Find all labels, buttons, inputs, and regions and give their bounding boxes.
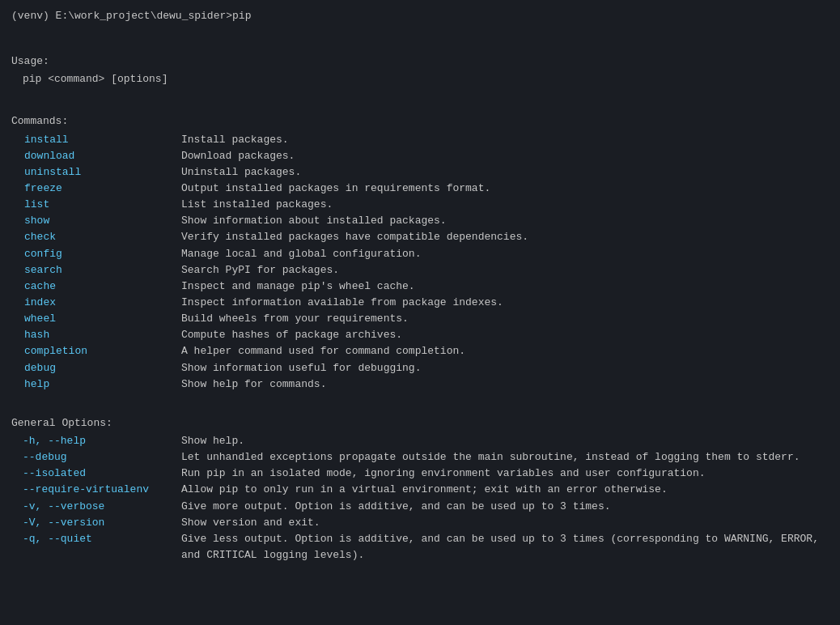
option-row: -V, --versionShow version and exit.: [11, 515, 829, 531]
command-name: freeze: [11, 181, 181, 197]
command-name: list: [11, 197, 181, 213]
command-name: check: [11, 229, 181, 245]
command-desc: Inspect and manage pip's wheel cache.: [181, 278, 829, 295]
command-name: config: [11, 246, 181, 262]
command-name: hash: [11, 327, 181, 343]
option-row: --require-virtualenvAllow pip to only ru…: [11, 482, 829, 498]
terminal-window: (venv) E:\work_project\dewu_spider>pip U…: [11, 8, 829, 563]
command-row: cacheInspect and manage pip's wheel cach…: [11, 278, 829, 295]
option-name: --require-virtualenv: [11, 482, 181, 498]
command-name: cache: [11, 278, 181, 295]
command-row: hashCompute hashes of package archives.: [11, 327, 829, 343]
option-desc: Show version and exit.: [181, 515, 821, 531]
command-name: uninstall: [11, 164, 181, 181]
option-desc: Give less output. Option is additive, an…: [181, 531, 821, 563]
option-row: -h, --helpShow help.: [11, 433, 829, 449]
usage-label: Usage:: [11, 53, 829, 70]
option-desc: Let unhandled exceptions propagate outsi…: [181, 449, 821, 466]
command-desc: Show information useful for debugging.: [181, 360, 829, 376]
option-name: -v, --verbose: [11, 499, 181, 515]
command-name: completion: [11, 343, 181, 359]
command-row: downloadDownload packages.: [11, 148, 829, 164]
command-desc: Install packages.: [181, 132, 829, 148]
command-name: download: [11, 148, 181, 164]
option-desc: Give more output. Option is additive, an…: [181, 499, 821, 515]
option-name: -V, --version: [11, 515, 181, 531]
command-row: debugShow information useful for debuggi…: [11, 360, 829, 376]
command-name: help: [11, 376, 181, 393]
command-row: wheelBuild wheels from your requirements…: [11, 311, 829, 327]
command-row: listList installed packages.: [11, 197, 829, 213]
command-desc: Download packages.: [181, 148, 829, 164]
command-name: debug: [11, 360, 181, 376]
command-row: configManage local and global configurat…: [11, 246, 829, 262]
command-row: checkVerify installed packages have comp…: [11, 229, 829, 245]
option-name: --isolated: [11, 466, 181, 482]
command-desc: List installed packages.: [181, 197, 829, 213]
option-desc: Run pip in an isolated mode, ignoring en…: [181, 466, 821, 482]
command-name: wheel: [11, 311, 181, 327]
command-desc: Verify installed packages have compatibl…: [181, 229, 829, 245]
command-row: indexInspect information available from …: [11, 295, 829, 311]
command-desc: Manage local and global configuration.: [181, 246, 829, 262]
command-desc: Search PyPI for packages.: [181, 262, 829, 278]
general-options-label: General Options:: [11, 415, 829, 432]
option-name: -h, --help: [11, 433, 181, 449]
general-options-list: -h, --helpShow help.--debugLet unhandled…: [11, 433, 829, 563]
command-row: completionA helper command used for comm…: [11, 343, 829, 359]
command-desc: Compute hashes of package archives.: [181, 327, 829, 343]
command-desc: Build wheels from your requirements.: [181, 311, 829, 327]
usage-value: pip <command> [options]: [23, 71, 829, 87]
option-name: -q, --quiet: [11, 531, 181, 563]
command-row: freezeOutput installed packages in requi…: [11, 181, 829, 197]
command-name: index: [11, 295, 181, 311]
option-row: --debugLet unhandled exceptions propagat…: [11, 449, 829, 466]
command-desc: Output installed packages in requirement…: [181, 181, 829, 197]
command-row: helpShow help for commands.: [11, 376, 829, 393]
commands-list: installInstall packages.downloadDownload…: [11, 132, 829, 393]
prompt-line: (venv) E:\work_project\dewu_spider>pip: [11, 8, 829, 24]
option-name: --debug: [11, 449, 181, 466]
command-desc: Uninstall packages.: [181, 164, 829, 181]
commands-label: Commands:: [11, 113, 829, 130]
option-desc: Allow pip to only run in a virtual envir…: [181, 482, 821, 498]
command-desc: Show information about installed package…: [181, 213, 829, 229]
command-desc: Show help for commands.: [181, 376, 829, 393]
option-row: --isolatedRun pip in an isolated mode, i…: [11, 466, 829, 482]
option-row: -q, --quietGive less output. Option is a…: [11, 531, 829, 563]
option-desc: Show help.: [181, 433, 821, 449]
command-name: show: [11, 213, 181, 229]
command-desc: A helper command used for command comple…: [181, 343, 829, 359]
command-desc: Inspect information available from packa…: [181, 295, 829, 311]
command-row: installInstall packages.: [11, 132, 829, 148]
command-row: uninstallUninstall packages.: [11, 164, 829, 181]
command-name: install: [11, 132, 181, 148]
command-row: showShow information about installed pac…: [11, 213, 829, 229]
command-name: search: [11, 262, 181, 278]
command-row: searchSearch PyPI for packages.: [11, 262, 829, 278]
option-row: -v, --verboseGive more output. Option is…: [11, 499, 829, 515]
